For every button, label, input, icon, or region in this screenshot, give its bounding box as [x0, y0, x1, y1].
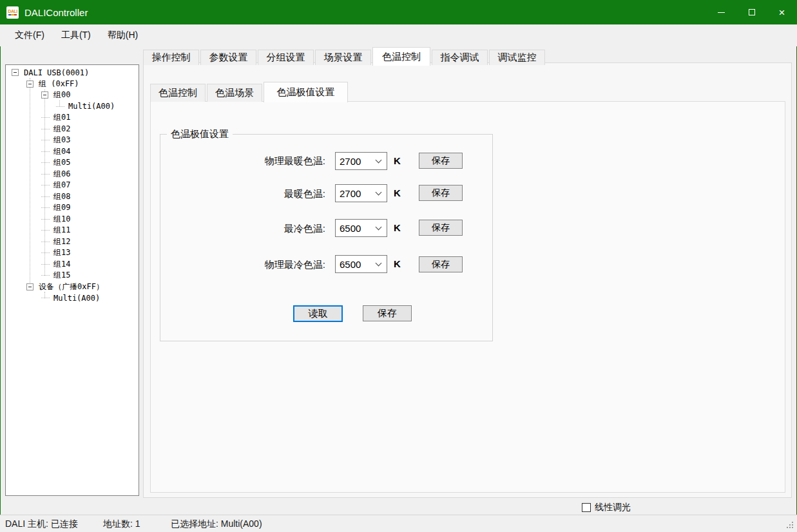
tree-item-group-05[interactable]: 组05: [41, 157, 139, 169]
statusbar: DALI 主机: 已连接 地址数: 1 已选择地址: Multi(A00): [0, 515, 797, 532]
tree-item-label: 组07: [53, 180, 70, 191]
tree-rows: DALI USB(0001) 组 (0xFF) 组00 Multi(A00) 组…: [6, 65, 139, 304]
menu-help[interactable]: 帮助(H): [99, 26, 146, 45]
tab-command-debug[interactable]: 指令调试: [432, 50, 488, 65]
tab-color-temp-control[interactable]: 色温控制: [372, 47, 430, 66]
linear-dimming-label: 线性调光: [595, 502, 631, 513]
resize-grip-icon[interactable]: [787, 522, 794, 529]
linear-dimming-checkbox[interactable]: [582, 503, 591, 512]
tree-item-group-13[interactable]: 组13: [41, 247, 139, 259]
save-warmest-button[interactable]: 保存: [419, 185, 463, 201]
tree-connector: [41, 129, 50, 129]
tree-item-label: 组13: [53, 247, 70, 258]
tree-item-label: 组00: [53, 90, 70, 100]
tree-connector: [41, 151, 50, 152]
chevron-down-icon: [376, 189, 382, 195]
collapse-icon[interactable]: [12, 69, 19, 76]
tree-item-label: DALI USB(0001): [24, 68, 89, 77]
tree-item-group-09[interactable]: 组09: [41, 202, 139, 214]
tree-item-label: 组06: [53, 169, 70, 180]
minimize-button[interactable]: [706, 0, 736, 24]
tree-connector: [41, 207, 50, 208]
tree-item-multi-a00-device[interactable]: Multi(A00): [41, 292, 139, 304]
sub-tab-strip: 色温控制 色温场景 色温极值设置: [150, 82, 348, 102]
tree-item-group-15[interactable]: 组15: [41, 270, 139, 281]
tree-item-group-04[interactable]: 组04: [41, 146, 139, 158]
collapse-icon[interactable]: [26, 81, 34, 88]
collapse-icon[interactable]: [26, 283, 34, 290]
close-button[interactable]: ×: [767, 0, 797, 24]
tree-item-label: 组08: [53, 191, 70, 202]
status-address-count: 地址数: 1: [103, 518, 140, 530]
read-button[interactable]: 读取: [293, 305, 343, 322]
tree-item-group-06[interactable]: 组06: [41, 169, 139, 180]
device-tree-panel: DALI USB(0001) 组 (0xFF) 组00 Multi(A00) 组…: [5, 64, 139, 496]
subtab-color-temp-extremes[interactable]: 色温极值设置: [264, 82, 348, 102]
tree-item-group-12[interactable]: 组12: [41, 236, 139, 248]
tree-connector: [41, 162, 50, 163]
main-tab-strip: 操作控制 参数设置 分组设置 场景设置 色温控制 指令调试 调试监控: [143, 47, 545, 65]
tree-connector: [41, 174, 50, 175]
minimize-icon: [718, 12, 725, 13]
tree-item-label: 组10: [53, 214, 70, 225]
tree-connector: [41, 242, 50, 242]
tree-connector: [41, 298, 50, 298]
tree-connector: [41, 275, 50, 276]
tree-item-group-10[interactable]: 组10: [41, 214, 139, 225]
tab-parameter-settings[interactable]: 参数设置: [200, 50, 256, 65]
subtab-color-temp-scene[interactable]: 色温场景: [207, 84, 262, 102]
tree-item-label: 组04: [53, 146, 70, 157]
tree-item-group-01[interactable]: 组01: [41, 112, 139, 124]
tree-item-group-07[interactable]: 组07: [41, 180, 139, 191]
kelvin-unit-label: K: [394, 155, 401, 166]
tree-item-multi-a00[interactable]: Multi(A00): [56, 101, 139, 113]
tree-connector: [41, 140, 50, 140]
tab-operation-control[interactable]: 操作控制: [143, 50, 199, 65]
kelvin-unit-label: K: [394, 222, 401, 233]
coolest-cct-combobox[interactable]: 6500: [335, 219, 387, 237]
warmest-cct-label: 最暖色温:: [177, 188, 325, 200]
tab-debug-monitor[interactable]: 调试监控: [489, 50, 545, 65]
tab-grouping-settings[interactable]: 分组设置: [258, 50, 314, 65]
tree-item-label: 组02: [53, 124, 70, 135]
tree-item-group-02[interactable]: 组02: [41, 124, 139, 135]
tree-item-group-00[interactable]: 组00: [41, 90, 139, 101]
subtab-color-temp-control[interactable]: 色温控制: [150, 84, 206, 102]
maximize-button[interactable]: [736, 0, 767, 24]
tree-item-label: 组09: [53, 202, 70, 213]
chevron-down-icon: [376, 157, 382, 163]
combobox-value: 2700: [340, 156, 361, 167]
physical-warmest-cct-combobox[interactable]: 2700: [335, 152, 387, 170]
app-window: DALI DALIController × 文件(F) 工具(T) 帮助(H) …: [0, 0, 797, 532]
coolest-cct-label: 最冷色温:: [177, 223, 325, 235]
tree-item-group-0xff[interactable]: 组 (0xFF): [26, 79, 139, 90]
tree-item-group-11[interactable]: 组11: [41, 225, 139, 236]
linear-dimming-option: 线性调光: [582, 502, 631, 513]
menu-file[interactable]: 文件(F): [6, 26, 53, 45]
maximize-icon: [749, 9, 755, 15]
save-button[interactable]: 保存: [363, 305, 412, 321]
warmest-cct-combobox[interactable]: 2700: [335, 184, 387, 202]
tree-connector: [56, 106, 64, 107]
physical-coolest-cct-combobox[interactable]: 6500: [335, 255, 387, 273]
tree-item-label: 组14: [53, 259, 70, 270]
physical-coolest-cct-label: 物理最冷色温:: [177, 259, 325, 271]
app-icon-text: DALI: [8, 9, 17, 14]
tree-item-label: 组12: [53, 236, 70, 247]
save-physical-coolest-button[interactable]: 保存: [419, 256, 463, 272]
tree-item-group-03[interactable]: 组03: [41, 135, 139, 146]
tree-item-device-broadcast[interactable]: 设备（广播0xFF）: [26, 281, 139, 293]
collapse-icon[interactable]: [41, 91, 48, 99]
save-coolest-button[interactable]: 保存: [419, 220, 463, 236]
tree-item-label: 组01: [53, 112, 70, 123]
tree-item-group-14[interactable]: 组14: [41, 259, 139, 271]
tree-item-group-08[interactable]: 组08: [41, 191, 139, 203]
tree-item-label: 组 (0xFF): [39, 79, 79, 90]
kelvin-unit-label: K: [394, 258, 401, 269]
groupbox-title: 色温极值设置: [167, 128, 233, 140]
tab-scene-settings[interactable]: 场景设置: [315, 50, 371, 65]
menu-tools[interactable]: 工具(T): [53, 26, 99, 45]
save-physical-warmest-button[interactable]: 保存: [419, 153, 463, 169]
tree-item-dali-usb[interactable]: DALI USB(0001): [12, 67, 139, 79]
tree-item-label: 组03: [53, 135, 70, 146]
